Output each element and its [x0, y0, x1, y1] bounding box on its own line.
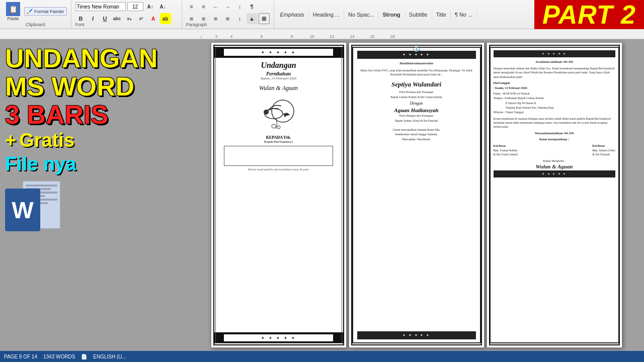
documents-area: ✦ ✦ ✦ ✦ ✦ Undangan Pernikahan Kamis, 13 …	[189, 39, 644, 351]
font-name-input[interactable]	[75, 2, 126, 11]
doc3-kel1: Kel.Besar Bpk. Usman Rohim & Ibu Utami (…	[494, 144, 518, 156]
doc3-alamat: Jl.Sarwer Rg 04 Dusun II	[506, 101, 615, 105]
doc3-hari-label: Hari/tanggal	[494, 81, 615, 85]
ornament-dots: ✦ ✦ ✦ ✦ ✦	[261, 50, 296, 55]
style-no-para[interactable]: ¶ No ...	[451, 10, 477, 20]
doc2-border: ✦ ✦ ✦ ✦ ✦ Bismillahirrahmanirrahim Maha …	[352, 47, 481, 343]
ruler-mark-8: 8	[291, 34, 293, 39]
rumah-text: membentuk rumah tangga Sakinah,	[395, 133, 438, 137]
word-icon-area: W	[5, 181, 191, 236]
justify-button[interactable]: ≡	[222, 13, 233, 24]
font-size-input[interactable]	[127, 2, 143, 11]
bottom-ornament-inner: ✦ ✦ ✦ ✦ ✦	[224, 334, 334, 341]
doc3-kelbesar1: Kel.Besar	[494, 144, 518, 148]
doc3-kedua: Kedua Mempelai :	[494, 159, 615, 163]
clipboard-group: 📋 Paste 🖌️ Format Painter Clipboard	[0, 0, 71, 29]
doc3-intro: Dengan memohan rahmat dan Ridho Allah Sw…	[494, 66, 615, 79]
doc3-top-ornament: ✦ ✦ ✦ ✦ ✦	[494, 50, 615, 57]
font-color-button[interactable]: A	[148, 13, 159, 24]
paste-button[interactable]: 📋 Paste	[4, 1, 22, 22]
track-icon: 📄	[81, 354, 87, 359]
address-note: Mohon maaf apabila ada kesalahan nama & …	[248, 168, 309, 171]
border-button[interactable]: ⊞	[259, 13, 270, 24]
strikethrough-button[interactable]: abc	[112, 13, 123, 24]
format-painter-button[interactable]: 🖌️ Format Painter	[24, 7, 67, 16]
indent-decrease-button[interactable]: ←	[210, 1, 221, 12]
paintbrush-icon: 🖌️	[27, 9, 33, 14]
paragraph-label: Paragraph	[186, 22, 207, 27]
show-para-button[interactable]: ¶	[247, 1, 258, 12]
ribbon: 📋 Paste 🖌️ Format Painter Clipboard A↑ A…	[0, 0, 644, 29]
doc3-mengundang: Kami mengundang :	[494, 137, 615, 142]
doc-page-2: ⚓ ✦ ✦ ✦ ✦ ✦ Bismillahirrahmanirrahim Mah…	[349, 42, 485, 348]
shading-button[interactable]: ▲	[247, 13, 258, 24]
mawaddah-text: Mawaddah, Warohmah.	[402, 138, 431, 142]
doc3-pukul: Pukul : 08.00 WIB s/d Selesai	[494, 92, 615, 96]
bottom-ornament-bar: ✦ ✦ ✦ ✦ ✦	[214, 332, 343, 343]
doc3-mempelai: Wulan & Aguan	[494, 163, 615, 170]
align-right-button[interactable]: ≡	[210, 13, 221, 24]
ornament-dots-bottom: ✦ ✦ ✦ ✦ ✦	[261, 336, 296, 340]
indent-increase-button[interactable]: →	[222, 1, 233, 12]
doc3-nama2: Bpk. Azhari (Alm)	[592, 148, 615, 152]
tanggal-text: Kamis, 13 Februari 2020	[261, 76, 296, 80]
doc3-nama2b: & Ibu Fauziah	[592, 152, 615, 156]
part2-label: PART 2	[542, 2, 636, 28]
doc3-hari-val: : Kamis, 13 Februari 2020	[494, 86, 615, 90]
ruler-mark-12: 12	[330, 34, 335, 39]
overlay-gratis: Gratis	[19, 130, 74, 151]
subscript-button[interactable]: X₂	[124, 13, 135, 24]
highlight-button[interactable]: ab	[160, 13, 171, 24]
anchor-icon: ⚓	[412, 44, 421, 52]
doc3-kesan: Kesan mendalam & suasana bahagia akan te…	[494, 117, 615, 129]
bullets-button[interactable]: ≡	[186, 1, 197, 12]
bismillah: Bismillahirrahmanirrahim	[399, 62, 433, 66]
ruler-mark-14: 14	[350, 34, 355, 39]
style-strong[interactable]: Strong	[378, 10, 405, 20]
pernikahan-title: Pernikahan	[266, 71, 291, 76]
overlay-3baris: 3 BARIS	[5, 102, 191, 128]
doc3-nama1: Bpk. Usman Rohim	[494, 148, 518, 152]
sort-button[interactable]: ↕	[234, 1, 246, 12]
ruler-mark-18: 18	[390, 34, 395, 39]
italic-button[interactable]: I	[88, 13, 99, 24]
ruler: | 2 4 6 8 10 12 14 16 18	[0, 29, 644, 39]
doc3-kel-row: Kel.Besar Bpk. Usman Rohim & Ibu Utami (…	[494, 144, 615, 156]
numbering-button[interactable]: ≡	[198, 1, 209, 12]
penerima-label: Bapak/Ibu/Saudara/i	[264, 140, 293, 144]
top-ornament-inner: ✦ ✦ ✦ ✦ ✦	[224, 49, 334, 56]
kepada-section: KEPADA Yth. Bapak/Ibu/Saudara/i	[264, 135, 293, 144]
superscript-button[interactable]: X²	[136, 13, 147, 24]
sunnah-text: Untuk mewujudkan Sunnah Rasul-Mu,	[393, 128, 440, 132]
style-emphasis[interactable]: Emphasis	[276, 10, 309, 20]
style-title[interactable]: Title	[432, 10, 451, 20]
ruler-mark-4: 4	[230, 34, 232, 39]
doc-page-3: ✦ ✦ ✦ ✦ ✦ Assalamu'alaikum Wr.Wb Dengan …	[487, 42, 622, 348]
style-heading[interactable]: Heading ...	[309, 10, 344, 20]
paste-label: Paste	[7, 16, 19, 21]
doc3-hiburan: Hiburan : Organ Tunggal	[494, 110, 615, 114]
svg-point-4	[277, 126, 280, 129]
decrease-font-button[interactable]: A↓	[157, 1, 169, 12]
ruler-mark-0: |	[201, 35, 202, 39]
dengan-text: Dengan	[410, 101, 423, 106]
word-blue-box: W	[5, 189, 40, 231]
ruler-mark-6: 6	[261, 34, 263, 39]
desc1b: Bapak Usman Rohim & Ibu Utami (mimi)	[391, 96, 442, 100]
format-painter-label: Format Painter	[34, 9, 64, 14]
doc2-ornament-bottom: ✦ ✦ ✦ ✦ ✦	[403, 333, 430, 337]
language-status: ENGLISH (U...	[93, 354, 126, 359]
line-spacing-button[interactable]: ↕	[234, 13, 246, 24]
ruler-mark-2: 2	[215, 34, 217, 39]
increase-font-button[interactable]: A↑	[145, 1, 156, 12]
words-status: 1343 WORDS	[43, 354, 75, 359]
underline-button[interactable]: U	[100, 13, 111, 24]
font-group: A↑ A↓ B I U abc X₂ X² A ab Font	[71, 0, 182, 29]
overlay-text: UNDANGAN MS WORD 3 BARIS + Gratis File n…	[0, 39, 196, 351]
style-nospace[interactable]: No Spac...	[344, 10, 378, 20]
style-subtitle[interactable]: Subtitle	[405, 10, 432, 20]
word-w-letter: W	[12, 199, 33, 222]
name2-big: Aguan Hadiansyah	[394, 107, 438, 113]
overlay-plus: +	[5, 130, 16, 151]
main-content-area: UNDANGAN MS WORD 3 BARIS + Gratis File n…	[0, 39, 644, 351]
